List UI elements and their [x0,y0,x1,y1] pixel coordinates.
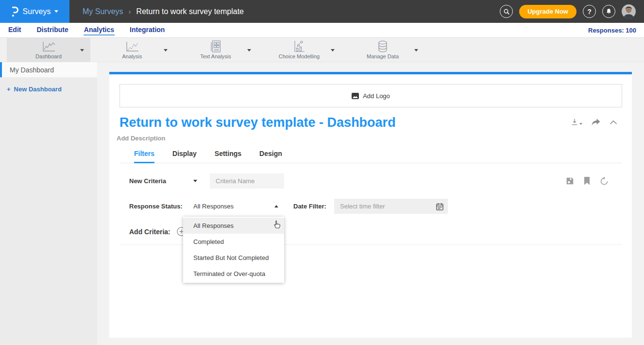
add-criteria-label: Add Criteria: [129,228,170,236]
breadcrumb: My Surveys › Return to work survey templ… [83,7,244,16]
toolbar-item-text-analysis[interactable]: Text Analysis [174,38,257,62]
dashboard-tabs: Filters Display Settings Design [119,150,622,163]
search-button[interactable] [500,5,513,18]
response-status-select[interactable]: All Responses [193,203,278,210]
nav-item-distribute[interactable]: Distribute [36,25,68,35]
chevron-up-icon [274,205,278,207]
image-icon [352,93,359,99]
collapse-button[interactable] [610,120,617,124]
responses-count[interactable]: Responses: 100 [588,27,636,34]
toolbar-item-label: Manage Data [367,53,399,59]
chevron-down-icon[interactable] [414,49,418,52]
toolbar-item-analysis[interactable]: Analysis [90,38,174,62]
criteria-type-select[interactable]: New Criteria [129,177,197,185]
line-chart-icon [41,41,56,52]
chevron-down-icon[interactable] [331,49,335,52]
chevron-down-icon [54,10,58,13]
criteria-name-input[interactable] [210,173,284,189]
product-switcher[interactable]: Surveys [0,0,69,23]
chevron-down-icon[interactable] [247,49,251,52]
product-name: Surveys [23,7,51,16]
sidebar-item-my-dashboard[interactable]: My Dashboard [0,62,97,77]
criteria-row: New Criteria [129,173,609,189]
tab-settings[interactable]: Settings [215,150,241,163]
chevron-down-icon[interactable] [80,49,84,52]
title-actions [571,118,617,126]
response-status-value: All Responses [193,203,234,210]
tab-display[interactable]: Display [172,150,197,163]
toolbar-item-dashboard[interactable]: Dashboard [7,38,90,62]
notifications-button[interactable] [602,5,615,18]
add-description-button[interactable]: Add Description [117,135,632,142]
new-dashboard-button[interactable]: + New Dashboard [7,86,97,93]
response-status-label: Response Status: [129,203,193,210]
bookmark-criteria-button[interactable] [584,177,590,185]
bookmark-icon [584,177,590,185]
dropdown-option-all-responses[interactable]: All Responses [183,218,284,234]
breadcrumb-current: Return to work survey template [136,7,244,16]
dropdown-option-terminated-overquota[interactable]: Terminated or Over-quota [183,266,284,282]
toolbar-item-choice-modelling[interactable]: Choice Modelling [257,38,341,62]
database-icon [377,41,389,52]
page-title: Return to work survey template - Dashboa… [119,115,396,130]
save-icon [566,177,574,185]
add-logo-button[interactable]: Add Logo [119,84,622,107]
dashboard-card: Add Logo Return to work survey template … [109,72,632,338]
upgrade-now-button[interactable]: Upgrade Now [519,5,576,18]
download-icon [571,118,578,126]
analytics-toolbar: Dashboard Analysis Text Analysis [0,38,644,62]
toolbar-item-label: Analysis [122,53,142,59]
survey-nav: Edit Distribute Analytics Integration Re… [0,23,644,38]
dashboard-sidebar: My Dashboard + New Dashboard [0,62,97,345]
app-header: Surveys My Surveys › Return to work surv… [0,0,644,23]
dashboard-main: Add Logo Return to work survey template … [97,62,644,345]
toolbar-item-label: Text Analysis [200,53,231,59]
save-criteria-button[interactable] [566,177,574,185]
criteria-type-value: New Criteria [129,177,166,185]
date-filter-field [334,199,448,214]
dropdown-option-started-not-completed[interactable]: Started But Not Completed [183,250,284,266]
scatter-chart-icon [293,41,305,52]
breadcrumb-separator: › [129,7,131,16]
download-button[interactable] [571,118,582,126]
criteria-actions [566,176,609,186]
toolbar-item-manage-data[interactable]: Manage Data [341,38,424,62]
calendar-icon[interactable] [436,203,443,210]
header-actions: Upgrade Now ? [500,4,636,18]
date-filter-input[interactable] [335,203,436,210]
plus-icon: + [7,86,11,93]
trend-chart-icon [125,41,139,52]
tab-filters[interactable]: Filters [134,150,154,163]
new-dashboard-label: New Dashboard [14,86,62,93]
search-icon [503,8,510,15]
content-area: My Dashboard + New Dashboard Add Logo Re… [0,62,644,345]
help-button[interactable]: ? [583,5,596,18]
avatar[interactable] [622,4,636,18]
response-status-dropdown: All Responses Completed Started But Not … [183,217,284,283]
chevron-down-icon [193,180,197,182]
toolbar-item-label: Dashboard [35,53,62,59]
tab-design[interactable]: Design [259,150,282,163]
questionpro-logo-icon [11,5,19,17]
nav-item-analytics[interactable]: Analytics [84,25,115,35]
date-filter-label: Date Filter: [293,203,334,210]
nav-item-integration[interactable]: Integration [129,25,165,35]
reset-icon [600,176,609,186]
breadcrumb-parent-link[interactable]: My Surveys [83,7,123,16]
dropdown-option-completed[interactable]: Completed [183,234,284,250]
chevron-up-icon [610,120,617,124]
status-date-row: Response Status: All Responses Date Filt… [129,199,632,214]
chevron-down-icon [579,123,582,125]
reset-criteria-button[interactable] [600,176,609,186]
toolbar-item-label: Choice Modelling [279,53,320,59]
text-grid-icon [211,41,221,52]
chevron-down-icon[interactable] [164,49,168,52]
share-button[interactable] [591,118,601,126]
add-logo-label: Add Logo [363,92,390,100]
title-row: Return to work survey template - Dashboa… [119,115,617,130]
nav-item-edit[interactable]: Edit [8,25,21,35]
bell-icon [606,8,612,15]
share-icon [591,118,601,126]
